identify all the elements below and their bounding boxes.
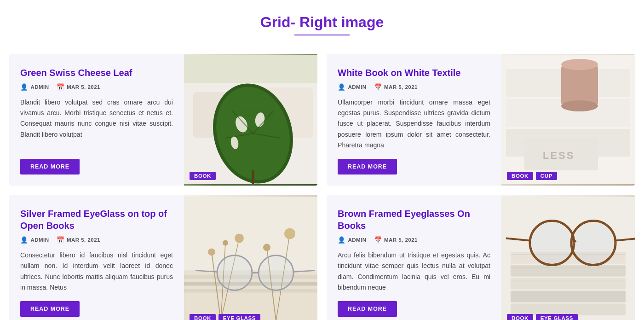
person-icon-3: 👤 [20, 236, 28, 244]
card-tags-2: BOOK CUP [507, 172, 557, 180]
date-label-4: MAR 5, 2021 [384, 237, 418, 243]
svg-point-22 [561, 100, 598, 111]
person-icon-1: 👤 [20, 83, 28, 91]
date-meta-4: 📅 MAR 5, 2021 [374, 236, 418, 244]
tag-book-2: BOOK [507, 172, 533, 180]
calendar-icon-2: 📅 [374, 83, 382, 91]
card-desc-2: Ullamcorper morbi tincidunt ornare massa… [338, 97, 490, 151]
card-meta-4: 👤 ADMIN 📅 MAR 5, 2021 [338, 236, 490, 244]
card-content-1: Green Swiss Cheese Leaf 👤 ADMIN 📅 MAR 5,… [9, 54, 184, 186]
card-meta-2: 👤 ADMIN 📅 MAR 5, 2021 [338, 83, 490, 91]
tag-eyeglass-3: EYE GLASS [218, 314, 260, 320]
page-wrapper: Grid- Right image Green Swiss Cheese Lea… [9, 14, 635, 320]
svg-point-41 [218, 256, 251, 290]
calendar-icon-4: 📅 [374, 236, 382, 244]
read-more-button-4[interactable]: READ MORE [338, 301, 397, 317]
svg-point-57 [532, 223, 572, 263]
read-more-button-3[interactable]: READ MORE [20, 301, 80, 317]
card-image-3: BOOK EYE GLASS [184, 195, 317, 320]
author-label-1: ADMIN [30, 84, 49, 90]
card-desc-3: Consectetur libero id faucibus nisl tinc… [20, 250, 173, 293]
card-meta-3: 👤 ADMIN 📅 MAR 5, 2021 [20, 236, 173, 244]
author-meta-4: 👤 ADMIN [338, 236, 367, 244]
card-white-book: White Book on White Textile 👤 ADMIN 📅 MA… [327, 54, 635, 186]
card-green-leaf: Green Swiss Cheese Leaf 👤 ADMIN 📅 MAR 5,… [9, 54, 317, 186]
person-icon-2: 👤 [338, 83, 345, 91]
card-title-4: Brown Framed Eyeglasses On Books [338, 208, 490, 232]
card-content-4: Brown Framed Eyeglasses On Books 👤 ADMIN… [327, 195, 501, 320]
svg-point-31 [208, 249, 215, 256]
author-meta-1: 👤 ADMIN [20, 83, 49, 91]
card-content-2: White Book on White Textile 👤 ADMIN 📅 MA… [327, 54, 501, 186]
author-label-4: ADMIN [348, 237, 366, 243]
svg-rect-50 [511, 278, 626, 290]
card-brown-eyeglass: Brown Framed Eyeglasses On Books 👤 ADMIN… [327, 195, 635, 320]
person-icon-4: 👤 [338, 236, 345, 244]
title-underline [294, 35, 350, 35]
tag-cup-2: CUP [536, 172, 557, 180]
tag-eyeglass-4: EYE GLASS [536, 314, 578, 320]
svg-rect-29 [184, 289, 317, 293]
date-meta-1: 📅 MAR 5, 2021 [57, 83, 100, 91]
read-more-button-2[interactable]: READ MORE [338, 159, 397, 175]
tag-book-4: BOOK [507, 314, 533, 320]
svg-rect-51 [511, 291, 626, 303]
card-desc-4: Arcu felis bibendum ut tristique et eges… [338, 250, 490, 293]
card-meta-1: 👤 ADMIN 📅 MAR 5, 2021 [20, 83, 173, 91]
svg-point-39 [284, 228, 295, 239]
svg-point-21 [561, 59, 598, 70]
card-title-2: White Book on White Textile [338, 67, 490, 79]
card-content-3: Silver Framed EyeGlass on top of Open Bo… [9, 195, 184, 320]
card-tags-1: BOOK [190, 172, 216, 180]
author-meta-2: 👤 ADMIN [338, 83, 367, 91]
svg-rect-28 [184, 282, 317, 286]
calendar-icon-1: 📅 [57, 83, 64, 91]
card-desc-1: Blandit libero volutpat sed cras ornare … [20, 97, 173, 151]
card-silver-eyeglass: Silver Framed EyeGlass on top of Open Bo… [9, 195, 317, 320]
tag-book-1: BOOK [190, 172, 216, 180]
card-image-2: LESS BOOK CUP [501, 54, 635, 186]
date-meta-3: 📅 MAR 5, 2021 [57, 236, 100, 244]
card-tags-3: BOOK EYE GLASS [190, 314, 260, 320]
svg-point-60 [573, 223, 614, 263]
read-more-button-1[interactable]: READ MORE [20, 159, 80, 175]
author-meta-3: 👤 ADMIN [20, 236, 49, 244]
svg-point-35 [235, 234, 244, 243]
tag-book-3: BOOK [190, 314, 216, 320]
date-meta-2: 📅 MAR 5, 2021 [374, 83, 418, 91]
card-title-3: Silver Framed EyeGlass on top of Open Bo… [20, 208, 173, 232]
date-label-3: MAR 5, 2021 [67, 237, 100, 243]
svg-rect-52 [511, 304, 626, 315]
author-label-3: ADMIN [30, 237, 49, 243]
card-tags-4: BOOK EYE GLASS [507, 314, 578, 320]
page-header: Grid- Right image [9, 14, 635, 35]
svg-point-37 [263, 244, 270, 251]
svg-point-33 [223, 240, 228, 246]
card-image-4: BOOK EYE GLASS [501, 195, 635, 320]
card-grid: Green Swiss Cheese Leaf 👤 ADMIN 📅 MAR 5,… [9, 54, 635, 320]
card-image-1: BOOK [184, 54, 317, 186]
calendar-icon-3: 📅 [57, 236, 64, 244]
svg-rect-49 [511, 265, 626, 277]
date-label-2: MAR 5, 2021 [384, 84, 418, 90]
date-label-1: MAR 5, 2021 [67, 84, 100, 90]
svg-point-43 [259, 256, 293, 290]
card-title-1: Green Swiss Cheese Leaf [20, 67, 173, 79]
svg-text:LESS: LESS [543, 150, 575, 161]
page-title: Grid- Right image [9, 14, 635, 31]
svg-rect-20 [561, 64, 598, 106]
author-label-2: ADMIN [348, 84, 366, 90]
